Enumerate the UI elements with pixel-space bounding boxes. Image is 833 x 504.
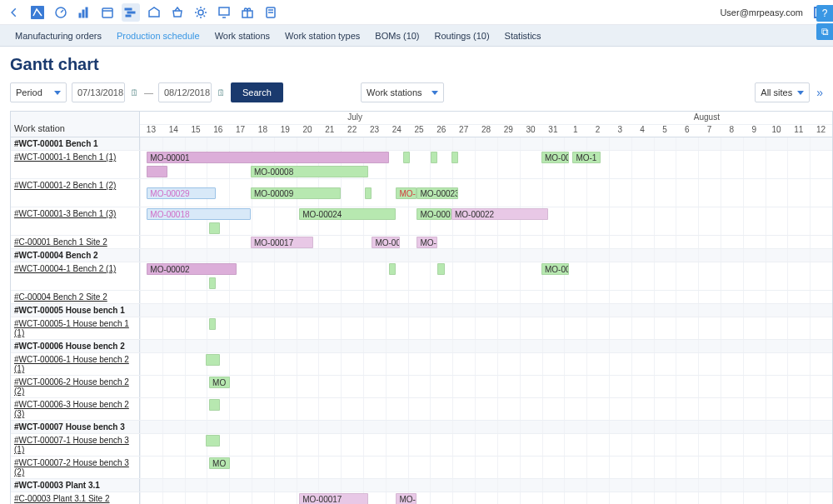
gantt-bar[interactable]: MO-00018 <box>147 208 251 220</box>
gantt-bar[interactable]: MO-00 <box>541 152 569 163</box>
workstation-row[interactable]: #WCT-00007-2 House bench 3 (2) <box>11 457 140 478</box>
gantt-bar[interactable]: MO- <box>416 237 437 248</box>
user-email[interactable]: User@mrpeasy.com <box>720 7 803 17</box>
workstation-row[interactable]: #C-00004 Bench 2 Site 2 <box>11 291 140 303</box>
gantt-bar[interactable] <box>206 435 220 447</box>
subnav-item[interactable]: Work station types <box>285 31 360 41</box>
gantt-bar[interactable]: MO-00008 <box>251 166 368 177</box>
day-header: 6 <box>676 125 698 138</box>
gantt-bar[interactable]: MO-00023 <box>416 187 458 199</box>
gantt-bar[interactable]: MO-00001 <box>147 152 389 163</box>
svg-rect-4 <box>82 10 84 17</box>
gantt-icon[interactable] <box>122 3 140 22</box>
gantt-bar[interactable] <box>389 263 396 275</box>
sites-dropdown[interactable]: All sites <box>755 82 810 102</box>
day-header: 26 <box>430 125 452 138</box>
gantt-bar[interactable] <box>209 277 216 289</box>
gantt-bar[interactable]: MO-0 <box>396 493 416 504</box>
gantt-lane: MO-00002MO-00 <box>140 262 832 290</box>
gantt-bar[interactable]: MO-00 <box>372 237 399 248</box>
left-header: Work station <box>11 112 140 137</box>
gantt-bar[interactable] <box>209 399 219 411</box>
document-icon[interactable] <box>262 3 280 22</box>
gantt-bar[interactable] <box>431 152 437 163</box>
groupby-dropdown[interactable]: Work stations <box>361 82 444 102</box>
gantt-bar[interactable] <box>365 187 372 199</box>
day-header: 18 <box>252 125 274 138</box>
workstation-group: #WCT-00007 House bench 3 <box>11 421 140 433</box>
calendar-icon-small[interactable]: 🗓 <box>130 87 139 97</box>
calendar-icon[interactable] <box>98 3 117 22</box>
workstation-row[interactable]: #WCT-00006-3 House bench 2 (3) <box>11 398 140 420</box>
back-icon[interactable] <box>5 3 23 22</box>
date-from-input[interactable]: 07/13/2018 <box>72 82 125 102</box>
workstation-row[interactable]: #WCT-00004-1 Bench 2 (1) <box>11 262 140 290</box>
gantt-bar[interactable]: MO-00017 <box>299 493 368 504</box>
gantt-bar[interactable]: MO-00029 <box>147 187 216 199</box>
gantt-bar[interactable] <box>451 152 458 163</box>
gantt-bar[interactable] <box>403 152 410 163</box>
gantt-bar[interactable]: MO-1 <box>572 152 600 163</box>
gantt-bar[interactable]: MO-00002 <box>147 263 237 275</box>
gantt-bar[interactable] <box>147 166 167 177</box>
svg-rect-10 <box>126 15 131 17</box>
gantt-lane: MO-00001MO-00008MO-00MO-1 <box>140 151 832 178</box>
gantt-bar[interactable]: MO-00021 <box>416 208 451 220</box>
date-to-input[interactable]: 08/12/2018 <box>158 82 212 102</box>
settings-icon[interactable] <box>192 3 210 22</box>
help-button[interactable]: ? <box>816 5 833 22</box>
subnav-item[interactable]: Routings (10) <box>435 31 490 41</box>
gantt-lane: MO-00017MO-0 <box>140 492 832 504</box>
gantt-bar[interactable]: MO-00017 <box>251 237 313 248</box>
svg-rect-5 <box>86 7 87 17</box>
day-header: 20 <box>297 125 319 138</box>
subnav-item[interactable]: Production schedule <box>117 31 200 41</box>
inventory-icon[interactable] <box>145 3 163 22</box>
gantt-bar[interactable]: MO-00022 <box>451 208 548 220</box>
workstation-row[interactable]: #WCT-00005-1 House bench 1 (1) <box>11 317 140 339</box>
workstation-row[interactable]: #C-00001 Bench 1 Site 2 <box>11 236 140 248</box>
gantt-bar[interactable]: MO-00024 <box>299 208 396 220</box>
subnav-item[interactable]: Work stations <box>215 31 270 41</box>
gantt-bar[interactable]: MO-00 <box>541 263 569 275</box>
workstation-row[interactable]: #WCT-00006-1 House bench 2 (1) <box>11 353 140 375</box>
dashboard-icon[interactable] <box>52 3 70 22</box>
gift-icon[interactable] <box>238 3 257 22</box>
basket-icon[interactable] <box>168 3 187 22</box>
svg-rect-6 <box>102 8 112 17</box>
monitor-icon[interactable] <box>215 3 233 22</box>
gantt-bar[interactable] <box>209 222 219 234</box>
gantt-bar[interactable] <box>209 318 216 330</box>
copy-button[interactable]: ⧉ <box>816 23 833 40</box>
day-header: 30 <box>520 125 542 138</box>
subnav-item[interactable]: Statistics <box>505 31 541 41</box>
day-header: 8 <box>721 125 743 138</box>
gantt-lane <box>140 317 832 339</box>
subnav-item[interactable]: BOMs (10) <box>375 31 419 41</box>
gantt-bar[interactable]: MO-00009 <box>251 187 341 199</box>
day-header: 10 <box>766 125 788 138</box>
workstation-row[interactable]: #WCT-00001-1 Bench 1 (1) <box>11 151 140 178</box>
gantt-bar[interactable]: MO-0 <box>396 187 416 199</box>
gantt-bar[interactable]: MO <box>209 377 230 388</box>
day-header: 29 <box>497 125 520 138</box>
date-from-value: 07/13/2018 <box>77 87 123 97</box>
gantt-bar[interactable]: MO <box>209 457 230 469</box>
expand-icon[interactable]: » <box>816 86 823 99</box>
app-logo-icon[interactable] <box>28 3 47 22</box>
workstation-row[interactable]: #WCT-00001-2 Bench 1 (2) <box>11 179 140 207</box>
gantt-lane: MO-00017MO-00MO- <box>140 236 832 248</box>
period-dropdown[interactable]: Period <box>10 82 67 102</box>
gantt-body[interactable]: #WCT-00001 Bench 1#WCT-00001-1 Bench 1 (… <box>11 137 832 504</box>
calendar-icon-small-2[interactable]: 🗓 <box>217 87 226 97</box>
gantt-bar[interactable] <box>437 263 444 275</box>
workstation-row[interactable]: #WCT-00006-2 House bench 2 (2) <box>11 376 140 397</box>
reports-icon[interactable] <box>75 3 93 22</box>
workstation-row[interactable]: #C-00003 Plant 3.1 Site 2 <box>11 492 140 504</box>
gantt-bar[interactable] <box>206 354 220 366</box>
workstation-row[interactable]: #WCT-00007-1 House bench 3 (1) <box>11 434 140 456</box>
day-header: 2 <box>586 125 609 138</box>
subnav-item[interactable]: Manufacturing orders <box>15 31 102 41</box>
search-button[interactable]: Search <box>231 82 283 102</box>
workstation-row[interactable]: #WCT-00001-3 Bench 1 (3) <box>11 207 140 235</box>
